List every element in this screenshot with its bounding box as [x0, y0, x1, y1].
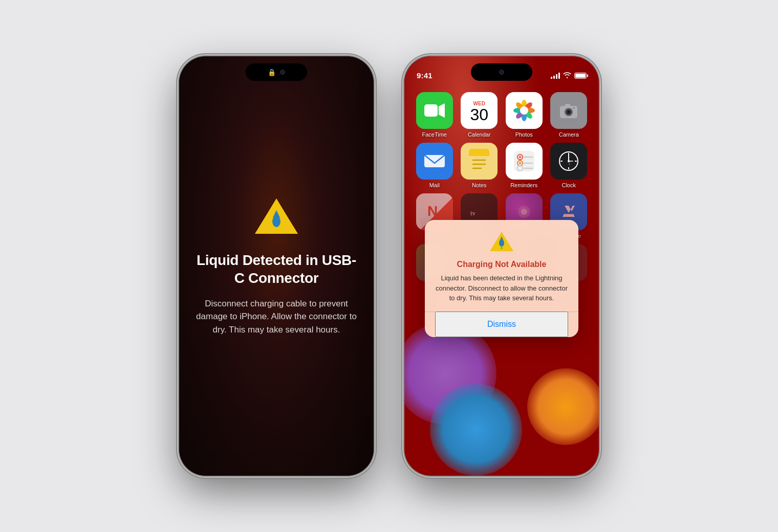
- mail-app[interactable]: Mail: [415, 143, 455, 188]
- svg-point-52: [568, 160, 570, 162]
- app-row-2: Mail: [415, 143, 589, 188]
- svg-text:tv: tv: [470, 209, 476, 217]
- status-time: 9:41: [417, 71, 433, 80]
- wifi-icon: [563, 72, 571, 80]
- charging-alert-dialog: ! Charging Not Available Liquid has been…: [425, 220, 578, 337]
- dynamic-island-1: 🔒: [246, 63, 307, 81]
- photos-app[interactable]: Photos: [504, 92, 544, 138]
- wallpaper-blob2: [430, 384, 522, 476]
- warning-triangle-icon: 💧: [253, 196, 299, 237]
- facetime-icon: [416, 92, 453, 129]
- calendar-day-num: 30: [470, 106, 488, 123]
- phone2-screen: 9:41: [404, 56, 599, 476]
- warning-title: Liquid Detected in USB-C Connector: [194, 251, 358, 287]
- mail-label: Mail: [429, 182, 440, 188]
- svg-marker-8: [439, 103, 445, 118]
- notes-app[interactable]: Notes: [460, 143, 500, 188]
- calendar-icon: WED 30: [461, 92, 498, 129]
- phone1: 🔒 💧 Liquid Detected in USB-C Connector D…: [179, 56, 374, 476]
- warning-body: Disconnect charging cable to prevent dam…: [194, 297, 358, 337]
- phone2: 9:41: [404, 56, 599, 476]
- dismiss-button[interactable]: Dismiss: [435, 312, 568, 337]
- app-row-1: FaceTime WED 30 Calendar: [415, 92, 589, 138]
- reminders-icon: [506, 143, 543, 180]
- svg-point-36: [519, 156, 521, 158]
- svg-text:N: N: [427, 203, 438, 219]
- phone1-screen: 🔒 💧 Liquid Detected in USB-C Connector D…: [179, 56, 374, 476]
- alert-body: Liquid has been detected in the Lightnin…: [435, 273, 568, 303]
- alert-title: Charging Not Available: [435, 260, 568, 269]
- battery-icon: [574, 73, 587, 79]
- signal-icon: [551, 73, 560, 79]
- svg-point-56: [521, 209, 527, 215]
- calendar-app[interactable]: WED 30 Calendar: [460, 92, 500, 138]
- clock-app[interactable]: Clock: [549, 143, 589, 188]
- calendar-label: Calendar: [468, 131, 491, 138]
- reminders-label: Reminders: [510, 182, 537, 188]
- alert-warning-icon: !: [489, 230, 514, 253]
- camera-app[interactable]: Camera: [549, 92, 589, 138]
- camera-icon: [550, 92, 587, 129]
- homescreen-bg: 9:41: [404, 56, 599, 476]
- clock-icon: [550, 143, 587, 180]
- wallpaper-blob3: [527, 368, 599, 445]
- facetime-app[interactable]: FaceTime: [415, 92, 455, 138]
- svg-rect-30: [469, 152, 489, 156]
- mail-icon: [416, 143, 453, 180]
- svg-rect-7: [424, 104, 438, 117]
- status-icons: [551, 72, 587, 80]
- photos-label: Photos: [515, 131, 533, 138]
- notes-label: Notes: [472, 182, 487, 188]
- warning-screen: 💧 Liquid Detected in USB-C Connector Dis…: [179, 56, 374, 476]
- front-camera-1: [280, 70, 285, 75]
- clock-label: Clock: [561, 182, 576, 188]
- svg-point-39: [519, 162, 521, 164]
- svg-rect-24: [565, 104, 570, 107]
- svg-point-23: [567, 110, 570, 114]
- dynamic-island-2: [471, 63, 532, 81]
- notes-icon: [461, 143, 498, 180]
- svg-point-18: [520, 106, 528, 115]
- camera-label: Camera: [559, 131, 579, 138]
- facetime-label: FaceTime: [422, 131, 447, 138]
- photos-icon: [506, 92, 543, 129]
- lock-icon: 🔒: [268, 69, 276, 76]
- svg-point-25: [573, 107, 575, 109]
- reminders-app[interactable]: Reminders: [504, 143, 544, 188]
- front-camera-2: [499, 70, 504, 75]
